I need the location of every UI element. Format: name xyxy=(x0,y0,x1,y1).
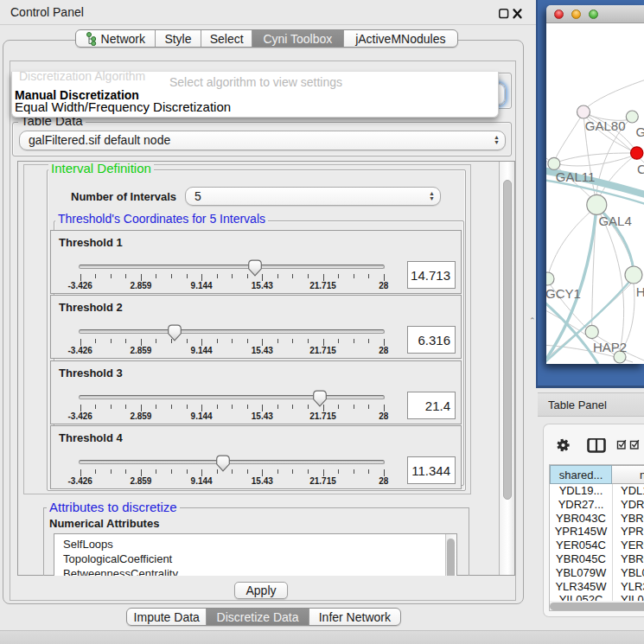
svg-text:GAL11: GAL11 xyxy=(556,169,596,184)
svg-text:GAL4: GAL4 xyxy=(598,214,631,228)
svg-text:GCY1: GCY1 xyxy=(546,286,581,301)
svg-text:GA: GA xyxy=(635,124,644,139)
svg-text:GAL80: GAL80 xyxy=(585,118,626,133)
svg-text:HAP2: HAP2 xyxy=(593,340,627,354)
svg-text:C: C xyxy=(637,162,644,176)
svg-text:H: H xyxy=(636,284,644,299)
